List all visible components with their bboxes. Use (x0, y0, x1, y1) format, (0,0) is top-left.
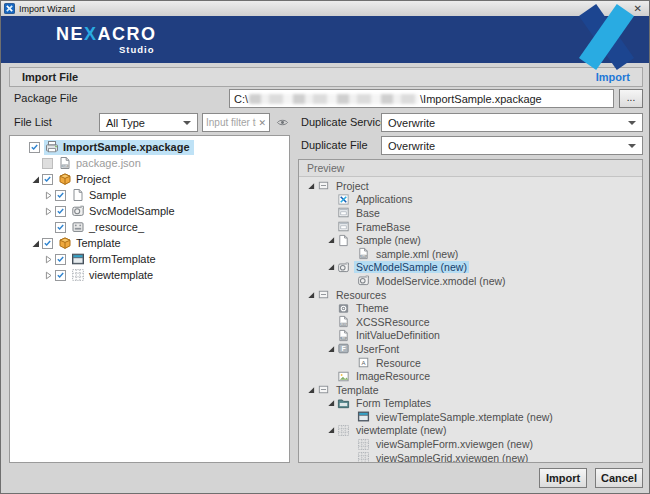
tree-item-label: SvcModelSample (88, 205, 176, 217)
filter-input[interactable] (206, 117, 256, 128)
package-file-input[interactable]: C:\ \ImportSample.xpackage (229, 89, 614, 108)
browse-button[interactable]: ... (619, 89, 643, 108)
preview-eye-button[interactable] (273, 113, 291, 132)
node-icon (317, 288, 330, 301)
checkbox[interactable] (55, 190, 66, 201)
expander-collapsed-icon[interactable] (42, 253, 55, 265)
preview-tree-item[interactable]: xcssXCSSResource (299, 315, 642, 329)
import-button[interactable]: Import (539, 468, 587, 488)
filter-field: ✕ (202, 113, 270, 132)
svg-text:F: F (341, 346, 345, 353)
expander-spacer (345, 275, 356, 286)
preview-tree-item[interactable]: viewSampleForm.xviewgen (new) (299, 437, 642, 451)
checkbox[interactable] (55, 254, 66, 265)
checkbox[interactable] (42, 158, 53, 169)
tree-item[interactable]: Sample (10, 187, 289, 203)
expander-collapsed-icon[interactable] (42, 269, 55, 281)
frame-icon (337, 220, 350, 233)
expander-spacer (345, 439, 356, 450)
view-template-icon (337, 424, 350, 437)
preview-tree-item[interactable]: FrameBase (299, 220, 642, 234)
duplicate-service-value: Overwrite (388, 117, 435, 129)
duplicate-service-select[interactable]: Overwrite (381, 113, 643, 132)
file-type-select[interactable]: All Type (99, 113, 198, 132)
expander-expanded-icon[interactable] (305, 384, 316, 395)
preview-tree-item[interactable]: SvcModelSample (new) (299, 261, 642, 275)
tree-item[interactable]: SvcModelSample (10, 203, 289, 219)
svg-text:json: json (61, 164, 68, 168)
path-suffix: \ImportSample.xpackage (420, 93, 542, 105)
expander-collapsed-icon[interactable] (42, 189, 55, 201)
expander-expanded-icon[interactable] (305, 180, 316, 191)
preview-tree-item[interactable]: Form Templates (299, 397, 642, 411)
checkbox[interactable] (55, 270, 66, 281)
preview-tree-item[interactable]: initInitValueDefinition (299, 329, 642, 343)
checkbox[interactable] (42, 174, 53, 185)
preview-tree-item[interactable]: Template (299, 383, 642, 397)
tree-item[interactable]: Project (10, 171, 289, 187)
preview-tree-item[interactable]: Sample (new) (299, 233, 642, 247)
preview-item-label: Form Templates (354, 397, 433, 409)
expander-spacer (325, 194, 336, 205)
expander-expanded-icon[interactable] (325, 425, 336, 436)
duplicate-service-label: Duplicate Service (301, 116, 387, 128)
form-template-icon (71, 252, 85, 266)
preview-item-label: Sample (new) (354, 234, 423, 246)
tree-item-label: Template (75, 237, 122, 249)
template-box-icon (58, 236, 72, 250)
tree-item[interactable]: jsonpackage.json (10, 155, 289, 171)
preview-tree-item[interactable]: Resources (299, 288, 642, 302)
tree-item[interactable]: _resource_ (10, 219, 289, 235)
view-template-icon (357, 451, 370, 463)
preview-tree-item[interactable]: Base (299, 206, 642, 220)
preview-item-label: UserFont (354, 343, 401, 355)
preview-item-label: SvcModelSample (new) (354, 261, 469, 273)
checkbox[interactable] (42, 238, 53, 249)
preview-tree-item[interactable]: Project (299, 179, 642, 193)
preview-tree-item[interactable]: xmlsample.xml (new) (299, 247, 642, 261)
close-icon[interactable]: ✕ (634, 1, 642, 16)
preview-item-label: ModelService.xmodel (new) (374, 275, 508, 287)
expander-spacer (42, 221, 55, 233)
preview-tree-item[interactable]: AResource (299, 356, 642, 370)
expander-expanded-icon[interactable] (325, 235, 336, 246)
expander-expanded-icon[interactable] (325, 398, 336, 409)
expander-expanded-icon[interactable] (29, 173, 42, 185)
clear-filter-icon[interactable]: ✕ (256, 118, 266, 128)
resource-box-icon (71, 220, 85, 234)
xcss-file-icon: xcss (337, 315, 350, 328)
json-file-icon: json (58, 156, 72, 170)
preview-item-label: Theme (354, 302, 391, 314)
preview-tree-item[interactable]: Theme (299, 301, 642, 315)
expander-spacer (325, 207, 336, 218)
cancel-button[interactable]: Cancel (595, 468, 643, 488)
tree-item-label: Project (75, 173, 111, 185)
preview-tree-item[interactable]: viewtemplate (new) (299, 424, 642, 438)
import-wizard-dialog: Import Wizard ✕ NEXACRO Studio Import Fi… (0, 0, 650, 494)
checkbox[interactable] (55, 206, 66, 217)
tree-item[interactable]: Template (10, 235, 289, 251)
preview-tree-item[interactable]: viewSampleGrid.xviewgen (new) (299, 451, 642, 463)
item-content: Project (57, 172, 114, 187)
expander-expanded-icon[interactable] (325, 262, 336, 273)
expander-expanded-icon[interactable] (29, 237, 42, 249)
svcmodel-icon (357, 274, 370, 287)
import-link[interactable]: Import (596, 71, 630, 83)
package-file-label: Package File (14, 92, 78, 104)
tree-item[interactable]: viewtemplate (10, 267, 289, 283)
preview-tree-item[interactable]: FUserFont (299, 342, 642, 356)
preview-tree-item[interactable]: ImageResource (299, 369, 642, 383)
preview-tree-item[interactable]: ModelService.xmodel (new) (299, 274, 642, 288)
duplicate-file-select[interactable]: Overwrite (381, 136, 643, 155)
nexacro-app-icon (4, 3, 15, 14)
checkbox[interactable] (29, 142, 40, 153)
tree-item[interactable]: ImportSample.xpackage (10, 139, 289, 155)
preview-tree-item[interactable]: viewTemplateSample.xtemplate (new) (299, 410, 642, 424)
expander-expanded-icon[interactable] (305, 289, 316, 300)
preview-tree-item[interactable]: Applications (299, 193, 642, 207)
selected-item: ImportSample.xpackage (44, 140, 194, 155)
tree-item[interactable]: formTemplate (10, 251, 289, 267)
checkbox[interactable] (55, 222, 66, 233)
expander-expanded-icon[interactable] (325, 343, 336, 354)
expander-collapsed-icon[interactable] (42, 205, 55, 217)
